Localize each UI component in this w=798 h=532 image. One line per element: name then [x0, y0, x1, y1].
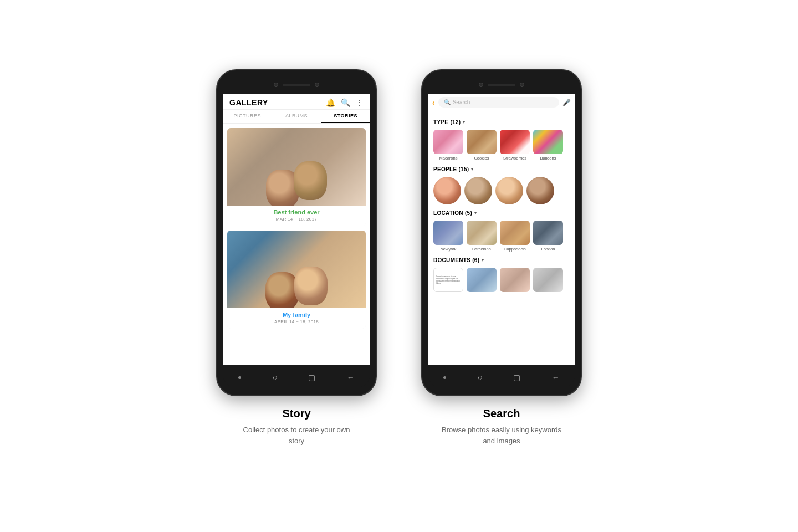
face-couple-2: [294, 267, 328, 305]
search-header: ‹ 🔍 Search 🎤: [428, 94, 575, 111]
search-icon[interactable]: 🔍: [341, 98, 350, 107]
camera-right-left: [315, 83, 319, 87]
story-title-1: Best friend ever: [232, 209, 361, 216]
microphone-icon[interactable]: 🎤: [562, 99, 571, 106]
story-date-1: MAR 14 ~ 18, 2017: [232, 217, 361, 222]
tab-stories[interactable]: STORIES: [321, 110, 370, 123]
phone-top-bar-right: [428, 78, 575, 91]
balloons-label: Balloons: [540, 156, 556, 161]
newyork-image: [433, 221, 463, 245]
document-4-image: [533, 268, 563, 292]
story-image-1: [227, 128, 366, 206]
search-caption-desc: Browse photos easily using keywords and …: [441, 424, 562, 446]
story-overlay-2: [227, 231, 366, 308]
gallery-title: GALLERY: [229, 98, 268, 107]
left-caption: Story Collect photos to create your own …: [236, 407, 357, 446]
thumb-doc-4[interactable]: [533, 268, 563, 292]
document-2-image: [467, 268, 497, 292]
back-arrow-icon[interactable]: ‹: [432, 98, 435, 107]
barcelona-label: Barcelona: [472, 247, 491, 252]
camera-left: [274, 83, 278, 87]
thumb-doc-1[interactable]: Lorem ipsum dolor sit amet consectetur a…: [433, 268, 463, 292]
right-phone-section: ‹ 🔍 Search 🎤 TYPE (12) ▾: [421, 69, 582, 446]
search-box-icon: 🔍: [444, 99, 451, 105]
person-item-1[interactable]: [433, 177, 461, 204]
documents-thumb-row: Lorem ipsum dolor sit amet consectetur a…: [433, 268, 570, 292]
person-item-4[interactable]: [526, 177, 554, 204]
story-caption-title: Story: [236, 407, 357, 420]
doc-text-1: Lorem ipsum dolor sit amet consectetur a…: [436, 275, 461, 285]
people-section-header: PEOPLE (15) ▾: [433, 166, 570, 172]
camera-right-right: [520, 83, 524, 87]
right-phone: ‹ 🔍 Search 🎤 TYPE (12) ▾: [421, 69, 582, 396]
tab-pictures[interactable]: PICTURES: [223, 110, 272, 123]
balloons-image: [533, 130, 563, 154]
type-section-header: TYPE (12) ▾: [433, 119, 570, 125]
document-1-image: Lorem ipsum dolor sit amet consectetur a…: [433, 268, 463, 292]
cookies-image: [467, 130, 497, 154]
nav-back-left[interactable]: ←: [347, 373, 355, 382]
left-phone-section: GALLERY 🔔 🔍 ⋮ PICTURES ALBUMS: [216, 69, 377, 446]
nav-recent-right[interactable]: ⎌: [478, 373, 482, 382]
story-caption-desc: Collect photos to create your own story: [236, 424, 357, 446]
thumb-doc-3[interactable]: [500, 268, 530, 292]
story-image-2: [227, 231, 366, 308]
more-icon[interactable]: ⋮: [356, 98, 364, 107]
thumb-cappadocia[interactable]: Cappadocia: [500, 221, 530, 252]
thumb-newyork[interactable]: Newyork: [433, 221, 463, 252]
face-couple-1: [265, 272, 299, 308]
story-overlay-1: [227, 128, 366, 206]
person-circle-3: [495, 177, 523, 204]
speaker-right: [488, 84, 515, 86]
left-phone: GALLERY 🔔 🔍 ⋮ PICTURES ALBUMS: [216, 69, 377, 396]
thumb-strawberries[interactable]: Strawberries: [500, 130, 530, 161]
search-screen: ‹ 🔍 Search 🎤 TYPE (12) ▾: [428, 94, 575, 365]
location-chevron[interactable]: ▾: [474, 211, 477, 216]
people-thumb-row: [433, 177, 570, 204]
cappadocia-label: Cappadocia: [504, 247, 526, 252]
type-chevron[interactable]: ▾: [463, 120, 465, 125]
location-section-header: LOCATION (5) ▾: [433, 210, 570, 216]
barcelona-image: [467, 221, 497, 245]
macarons-label: Macarons: [439, 156, 458, 161]
document-3-image: [500, 268, 530, 292]
gallery-screen: GALLERY 🔔 🔍 ⋮ PICTURES ALBUMS: [223, 94, 370, 365]
thumb-barcelona[interactable]: Barcelona: [467, 221, 497, 252]
strawberries-label: Strawberries: [503, 156, 526, 161]
nav-recent-left[interactable]: ⎌: [273, 373, 277, 382]
thumb-london[interactable]: London: [533, 221, 563, 252]
thumb-cookies[interactable]: Cookies: [467, 130, 497, 161]
story-card-1[interactable]: Best friend ever MAR 14 ~ 18, 2017: [227, 128, 366, 226]
person-item-3[interactable]: [495, 177, 523, 204]
tab-albums[interactable]: ALBUMS: [272, 110, 321, 123]
gallery-header: GALLERY 🔔 🔍 ⋮: [223, 94, 370, 110]
search-box[interactable]: 🔍 Search: [438, 97, 559, 108]
documents-chevron[interactable]: ▾: [482, 258, 484, 263]
story-date-2: APRIL 14 ~ 18, 2018: [232, 319, 361, 324]
nav-back-right[interactable]: ←: [552, 373, 560, 382]
speaker-left: [283, 84, 310, 86]
type-section-title: TYPE (12): [433, 119, 461, 125]
thumb-balloons[interactable]: Balloons: [533, 130, 563, 161]
story-info-2: My family APRIL 14 ~ 18, 2018: [227, 308, 366, 329]
strawberries-image: [500, 130, 530, 154]
thumb-doc-2[interactable]: [467, 268, 497, 292]
search-caption-title: Search: [441, 407, 562, 420]
search-input-placeholder[interactable]: Search: [453, 99, 470, 105]
person-item-2[interactable]: [464, 177, 492, 204]
nav-bar-right: ⎌ ▢ ←: [428, 367, 575, 387]
bell-icon[interactable]: 🔔: [326, 98, 335, 107]
cappadocia-image: [500, 221, 530, 245]
cookies-label: Cookies: [474, 156, 489, 161]
documents-section-title: DOCUMENTS (6): [433, 257, 479, 263]
nav-home-left[interactable]: ▢: [308, 373, 315, 382]
story-card-2[interactable]: My family APRIL 14 ~ 18, 2018: [227, 231, 366, 329]
thumb-macarons[interactable]: Macarons: [433, 130, 463, 161]
gallery-tabs: PICTURES ALBUMS STORIES: [223, 110, 370, 124]
people-chevron[interactable]: ▾: [471, 167, 473, 172]
nav-dot-left: [238, 376, 241, 379]
person-circle-1: [433, 177, 461, 204]
nav-home-right[interactable]: ▢: [513, 373, 520, 382]
london-label: London: [541, 247, 555, 252]
story-info-1: Best friend ever MAR 14 ~ 18, 2017: [227, 206, 366, 226]
